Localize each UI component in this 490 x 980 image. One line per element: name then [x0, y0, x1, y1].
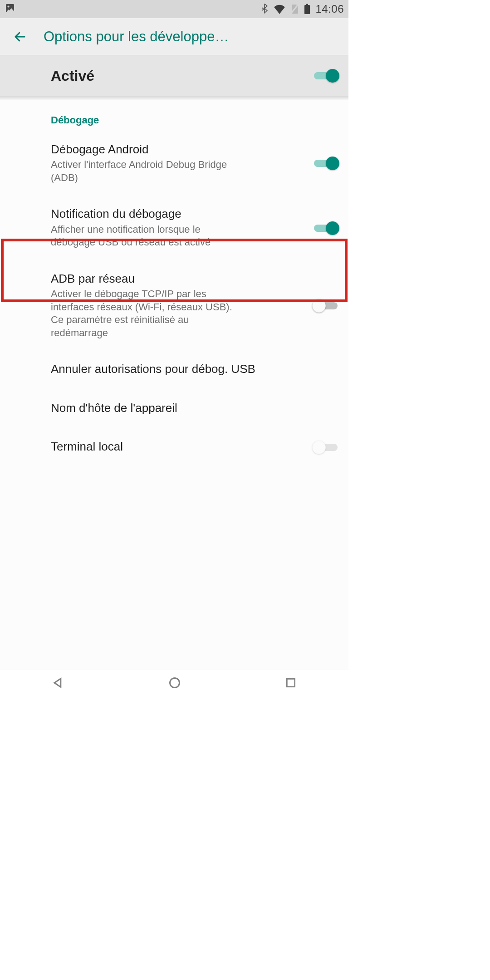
screen: 14:06 Options pour les développe… Activé…	[0, 0, 348, 697]
debug-notif-switch[interactable]	[314, 221, 338, 235]
setting-sub: Activer l'interface Android Debug Bridge…	[51, 158, 246, 184]
section-debug: Débogage	[0, 100, 348, 132]
setting-revoke-usb[interactable]: Annuler autorisations pour débog. USB	[0, 351, 348, 390]
setting-adb-net[interactable]: ADB par réseau Activer le débogage TCP/I…	[0, 261, 348, 352]
nav-back-button[interactable]	[52, 676, 64, 691]
wifi-icon	[274, 4, 285, 14]
app-bar: Options pour les développe…	[0, 18, 348, 55]
status-left	[5, 3, 15, 15]
circle-home-icon	[168, 676, 181, 689]
arrow-left-icon	[13, 30, 27, 44]
setting-hostname[interactable]: Nom d'hôte de l'appareil	[0, 390, 348, 429]
setting-title: ADB par réseau	[51, 272, 306, 286]
setting-title: Nom d'hôte de l'appareil	[51, 401, 329, 415]
setting-title: Terminal local	[51, 440, 306, 454]
status-bar: 14:06	[0, 0, 348, 18]
setting-sub: Afficher une notification lorsque le déb…	[51, 223, 246, 249]
setting-title: Notification du débogage	[51, 207, 306, 221]
setting-sub: Activer le débogage TCP/IP par les inter…	[51, 288, 246, 339]
settings-content: Débogage Débogage Android Activer l'inte…	[0, 100, 348, 670]
master-toggle-row[interactable]: Activé	[0, 55, 348, 97]
adb-net-switch[interactable]	[314, 299, 338, 313]
no-sim-icon	[290, 4, 299, 15]
setting-title: Débogage Android	[51, 142, 306, 157]
nav-bar	[0, 670, 348, 697]
setting-terminal[interactable]: Terminal local	[0, 429, 348, 457]
square-recent-icon	[285, 677, 297, 689]
clock: 14:06	[315, 3, 344, 15]
terminal-switch[interactable]	[314, 440, 338, 455]
master-switch[interactable]	[314, 69, 338, 83]
nav-recent-button[interactable]	[285, 677, 297, 691]
status-right: 14:06	[260, 3, 344, 15]
android-debug-switch[interactable]	[314, 156, 338, 171]
svg-point-1	[8, 6, 10, 8]
setting-title: Annuler autorisations pour débog. USB	[51, 362, 329, 376]
svg-point-5	[170, 678, 179, 687]
setting-android-debug[interactable]: Débogage Android Activer l'interface And…	[0, 132, 348, 196]
back-button[interactable]	[9, 26, 31, 48]
svg-rect-4	[306, 4, 308, 5]
setting-debug-notif[interactable]: Notification du débogage Afficher une no…	[0, 196, 348, 260]
svg-rect-6	[287, 679, 294, 686]
battery-icon	[304, 4, 311, 15]
nav-home-button[interactable]	[168, 676, 181, 691]
master-toggle-label: Activé	[51, 68, 314, 84]
picture-icon	[5, 3, 15, 15]
triangle-back-icon	[52, 676, 64, 689]
page-title: Options pour les développe…	[44, 29, 339, 45]
bluetooth-icon	[260, 4, 269, 15]
svg-rect-3	[304, 5, 310, 14]
